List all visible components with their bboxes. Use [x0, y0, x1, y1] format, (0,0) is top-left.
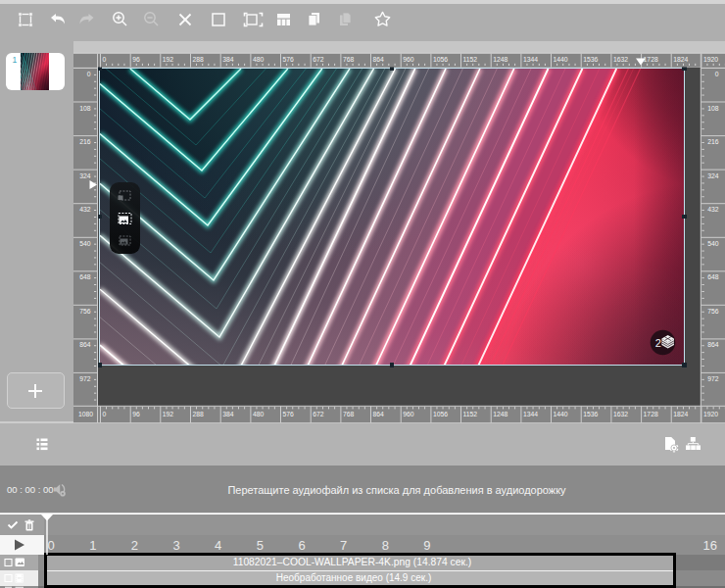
svg-text:0: 0 [48, 538, 55, 553]
svg-text:7: 7 [340, 538, 347, 553]
svg-text:Перетащите аудиофайл из списка: Перетащите аудиофайл из списка для добав… [227, 484, 566, 496]
svg-text:3: 3 [172, 538, 179, 553]
svg-text:6: 6 [298, 538, 305, 553]
svg-text:8: 8 [382, 538, 389, 553]
svg-text:00 : 00 : 00: 00 : 00 : 00 [7, 484, 54, 495]
svg-text:16: 16 [703, 538, 717, 553]
svg-text:5: 5 [257, 538, 264, 553]
svg-text:4: 4 [215, 538, 221, 553]
svg-text:2: 2 [131, 538, 138, 553]
svg-text:9: 9 [423, 538, 430, 553]
svg-text:1: 1 [89, 538, 96, 553]
